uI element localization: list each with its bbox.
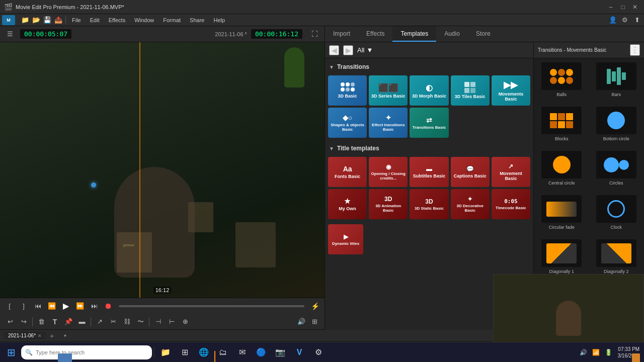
redo-button[interactable]: ↪ [18, 316, 30, 328]
tile-opening[interactable]: ◉ Opening / Closing credits... [369, 157, 408, 187]
toolbar-extra-icon[interactable]: 📤 [53, 15, 63, 25]
step-forward-button[interactable]: ⏩ [74, 301, 86, 312]
grid-button[interactable]: ⊞ [308, 316, 320, 328]
tile-3d-morph[interactable]: ◐ 3D Morph Basic [410, 75, 448, 106]
menu-edit[interactable]: Edit [86, 16, 104, 24]
play-button[interactable]: ▶ [60, 301, 71, 312]
preview-video[interactable]: prime 16:12 [0, 42, 325, 298]
close-button[interactable]: ✕ [630, 3, 640, 12]
taskbar-explorer-button[interactable]: 📁 [156, 343, 175, 361]
tab-templates[interactable]: Templates [392, 26, 436, 42]
sidebar-item-bottom-circle[interactable]: Bottom circle [591, 105, 642, 146]
start-button[interactable]: ⊞ [2, 343, 20, 361]
tab-import[interactable]: Import [325, 26, 358, 42]
sidebar-item-bars[interactable]: Bars [591, 60, 642, 102]
tile-3d-series[interactable]: ⬛⬛ 3D Series Basic [369, 75, 408, 106]
toolbar-save-icon[interactable]: 💾 [42, 15, 52, 25]
delete-button[interactable]: 🗑 [35, 316, 47, 328]
menu-toggle-button[interactable]: ☰ [4, 28, 16, 40]
expand-button[interactable]: ⛶ [308, 28, 320, 40]
text-button[interactable]: T [49, 316, 61, 328]
link-button[interactable]: ⛓ [121, 316, 133, 328]
lightning-button[interactable]: ⚡ [309, 301, 320, 312]
tile-subtitles[interactable]: ▬ Subtitles Basic [410, 157, 448, 187]
taskbar-mail-button[interactable]: ✉ [233, 343, 251, 361]
taskbar-chrome-button[interactable]: 🔵 [252, 343, 270, 361]
tile-effect-trans[interactable]: ✦ Effect transitions Basic [369, 108, 408, 138]
sidebar-item-circular-fade[interactable]: Circular fade [536, 193, 588, 234]
tile-3d-static[interactable]: 3D 3D Static Basic [410, 189, 448, 219]
select-button[interactable]: ↗ [94, 316, 106, 328]
tile-fonts-basic[interactable]: Aa Fonts Basic [328, 157, 367, 187]
timeline-tab-close-icon[interactable]: ✕ [38, 333, 42, 338]
transitions-category[interactable]: ▼ Transitions [328, 61, 530, 72]
toolbar-user-icon[interactable]: 👤 [608, 15, 618, 25]
back-button[interactable]: ◀ [329, 45, 339, 55]
track-button[interactable]: ▬ [76, 316, 88, 328]
tile-3d-tiles[interactable]: 3D Tiles Basic [451, 75, 490, 106]
timecode-right[interactable]: 00:00:16:12 [251, 29, 302, 39]
taskbar-cam-button[interactable]: 📷 [271, 343, 289, 361]
menu-window[interactable]: Window [130, 16, 158, 24]
sidebar-more-button[interactable]: ⋮ [630, 44, 640, 56]
more-button[interactable]: ⊕ [179, 316, 191, 328]
maximize-button[interactable]: □ [618, 3, 628, 12]
tile-3d-basic[interactable]: 3D Basic [328, 75, 367, 106]
undo-button[interactable]: ↩ [4, 316, 16, 328]
go-end-button[interactable]: ⏭ [89, 301, 100, 312]
toolbar-settings-icon[interactable]: ⚙ [620, 15, 630, 25]
tile-shapes[interactable]: ◆○ Shapes & objects Basic [328, 108, 367, 138]
pin-button[interactable]: 📌 [62, 316, 74, 328]
tile-movement-basic[interactable]: ↗ Movement Basic [492, 157, 530, 187]
taskbar-edge-button[interactable]: 🌐 [195, 343, 213, 361]
tab-effects[interactable]: Effects [358, 26, 392, 42]
tile-3d-animation[interactable]: 3D 3D Animation Basic [369, 189, 408, 219]
taskbar-files-button[interactable]: 🗂 [214, 343, 232, 361]
cut-button[interactable]: ✂ [107, 316, 119, 328]
sidebar-item-central-circle[interactable]: Central circle [536, 149, 588, 190]
forward-button[interactable]: ▶ [343, 45, 353, 55]
sidebar-item-diag1[interactable]: Diagonally 1 [536, 237, 588, 279]
tile-transitions-basic[interactable]: ⇄ Transitions Basic [410, 108, 448, 138]
sidebar-item-blocks[interactable]: Blocks [536, 105, 588, 146]
timeline-tab[interactable]: 2021-11-06* ✕ [4, 332, 46, 339]
tray-icon-1[interactable]: 🔊 [578, 349, 589, 356]
mark-out-button[interactable]: ] [18, 301, 29, 312]
tab-store[interactable]: Store [468, 26, 499, 42]
tile-timecode[interactable]: 0:05 Timecode Basic [492, 189, 530, 219]
tile-captions[interactable]: 💬 Captions Basic [451, 157, 490, 187]
toolbar-file-icon[interactable]: 📁 [20, 15, 30, 25]
timecode-left[interactable]: 00:00:05:07 [20, 29, 71, 39]
step-back-button[interactable]: ⏪ [46, 301, 57, 312]
taskbar-settings-button[interactable]: ⚙ [309, 343, 328, 361]
taskbar-v-button[interactable]: V [290, 343, 308, 361]
menu-effects[interactable]: Effects [105, 16, 129, 24]
mark-in-button[interactable]: [ [4, 301, 15, 312]
tray-icon-3[interactable]: 🔋 [603, 349, 614, 356]
sidebar-item-diag2[interactable]: Diagonally 2 [591, 237, 642, 279]
sidebar-item-circles[interactable]: Circles [591, 149, 642, 190]
tile-movements[interactable]: ▶▶ Movements Basic [492, 75, 530, 106]
go-start-button[interactable]: ⏮ [32, 301, 43, 312]
all-dropdown[interactable]: All ▼ [357, 46, 373, 54]
tile-dynamic[interactable]: ▶ Dynamic titles [328, 224, 363, 254]
tab-audio[interactable]: Audio [436, 26, 468, 42]
menu-help[interactable]: Help [209, 16, 229, 24]
scrub-bar[interactable] [119, 305, 304, 307]
trim-left-button[interactable]: ⊣ [152, 316, 164, 328]
speaker-button[interactable]: 🔊 [295, 316, 307, 328]
sidebar-item-clock[interactable]: Clock [591, 193, 642, 234]
taskbar-apps-button[interactable]: ⊞ [176, 343, 194, 361]
add-track-button[interactable]: + [48, 332, 56, 340]
toolbar-open-icon[interactable]: 📂 [31, 15, 41, 25]
menu-share[interactable]: Share [186, 16, 208, 24]
tile-my-own[interactable]: ★ My Own [328, 189, 367, 219]
tl-ctrl-1[interactable]: ▾ [62, 332, 68, 339]
sidebar-item-balls[interactable]: Balls [536, 60, 588, 102]
trim-right-button[interactable]: ⊢ [166, 316, 178, 328]
title-templates-category[interactable]: ▼ Title templates [328, 143, 530, 154]
wave-button[interactable]: 〜 [134, 316, 146, 328]
menu-format[interactable]: Format [159, 16, 185, 24]
menu-file[interactable]: File [68, 16, 85, 24]
toolbar-upload-icon[interactable]: ⬆ [632, 15, 642, 25]
